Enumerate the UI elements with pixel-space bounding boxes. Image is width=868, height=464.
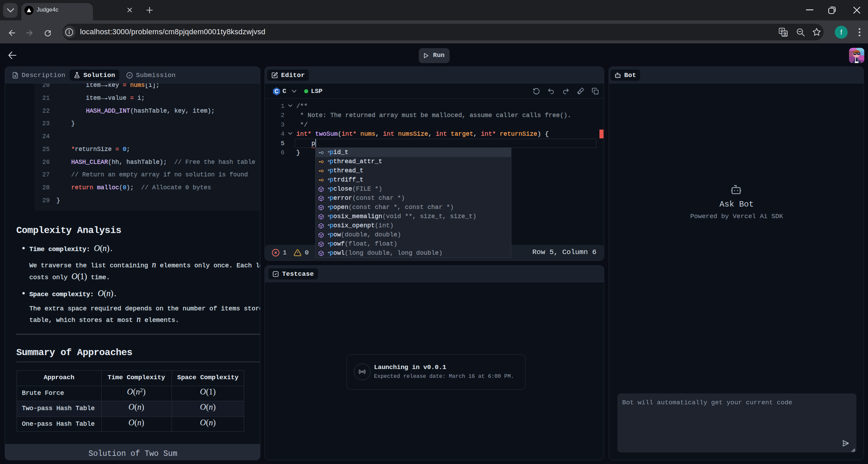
svg-text:C: C [275, 89, 279, 94]
svg-text:文: 文 [783, 32, 787, 36]
